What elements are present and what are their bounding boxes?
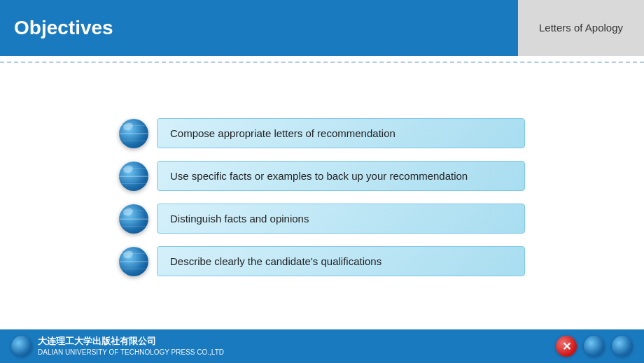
close-icon[interactable]: ✕ <box>556 336 577 357</box>
footer: 大连理工大学出版社有限公司 DALIAN UNIVERSITY OF TECHN… <box>0 329 644 363</box>
nav-icon-2[interactable] <box>612 336 633 357</box>
objective-row-2: Use specific facts or examples to back u… <box>119 161 525 191</box>
objective-row-4: Describe clearly the candidate's qualifi… <box>119 246 525 276</box>
objective-box-3: Distinguish facts and opinions <box>157 204 525 234</box>
page-title: Objectives <box>0 17 113 39</box>
main-content: Compose appropriate letters of recommend… <box>0 66 644 328</box>
company-name-cn: 大连理工大学出版社有限公司 <box>38 336 224 348</box>
objective-row-3: Distinguish facts and opinions <box>119 204 525 234</box>
footer-company-text: 大连理工大学出版社有限公司 DALIAN UNIVERSITY OF TECHN… <box>38 336 224 357</box>
objective-box-1: Compose appropriate letters of recommend… <box>157 118 525 148</box>
globe-icon-4 <box>119 247 148 276</box>
letters-panel: Letters of Apology <box>518 0 644 56</box>
globe-icon-2 <box>119 162 148 191</box>
footer-icons: ✕ <box>556 336 633 357</box>
globe-icon-3 <box>119 204 148 234</box>
footer-globe-icon <box>11 336 32 357</box>
company-name-en: DALIAN UNIVERSITY OF TECHNOLOGY PRESS CO… <box>38 348 224 357</box>
separator-line <box>0 62 644 63</box>
footer-logo-area: 大连理工大学出版社有限公司 DALIAN UNIVERSITY OF TECHN… <box>11 336 224 357</box>
objective-box-2: Use specific facts or examples to back u… <box>157 161 525 191</box>
nav-icon-1[interactable] <box>584 336 605 357</box>
objective-row-1: Compose appropriate letters of recommend… <box>119 118 525 148</box>
letters-panel-label: Letters of Apology <box>539 21 623 35</box>
globe-icon-1 <box>119 119 148 148</box>
objective-box-4: Describe clearly the candidate's qualifi… <box>157 246 525 276</box>
